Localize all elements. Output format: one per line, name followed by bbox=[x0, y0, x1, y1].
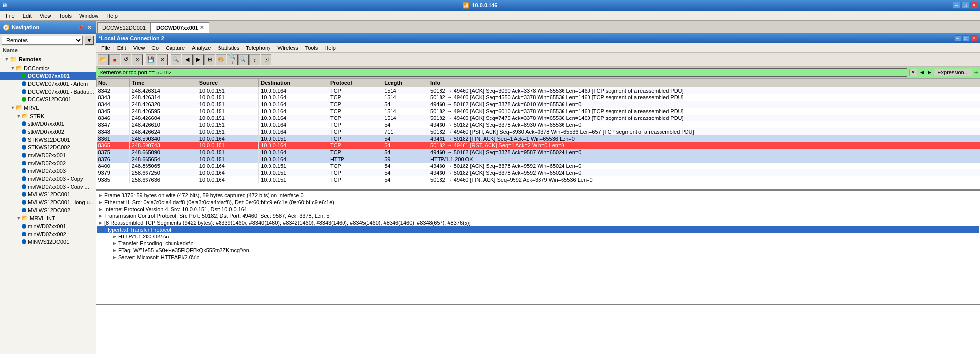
table-row[interactable]: 8346248.42660410.0.0.15110.0.0.164TCP151… bbox=[97, 115, 980, 121]
table-row[interactable]: 8345248.42659510.0.0.15110.0.0.164TCP151… bbox=[97, 108, 980, 115]
menu-help[interactable]: Help bbox=[102, 12, 122, 20]
tb-save-button[interactable]: 💾 bbox=[146, 54, 156, 65]
ws-menu-view[interactable]: View bbox=[130, 44, 148, 52]
col-source[interactable]: Source bbox=[197, 79, 258, 87]
detail-row[interactable]: ▶Transmission Control Protocol, Src Port… bbox=[97, 212, 979, 219]
detail-row[interactable]: ▶Frame 8376: 59 bytes on wire (472 bits)… bbox=[97, 192, 979, 199]
filter-clear-button[interactable]: ✕ bbox=[909, 69, 917, 76]
tb-zoom-reset-button[interactable]: ↕ bbox=[249, 54, 260, 65]
table-row[interactable]: 8344248.42632010.0.0.15110.0.0.164TCP544… bbox=[97, 101, 980, 108]
title-bar-controls[interactable]: ─ □ ✕ bbox=[953, 2, 978, 9]
ws-restore-button[interactable]: □ bbox=[962, 35, 969, 41]
filter-expression-button[interactable]: Expression... bbox=[934, 69, 972, 76]
dccwd07xx001-artem-item[interactable]: DCCWD07xx001 - Artem bbox=[0, 80, 96, 88]
tb-resize-button[interactable]: ⊡ bbox=[261, 54, 271, 65]
close-button[interactable]: ✕ bbox=[970, 2, 978, 9]
detail-row[interactable]: ▶Transfer-Encoding: chunked\r\n bbox=[97, 240, 979, 247]
stkws12dc002-item[interactable]: STKWS12DC002 bbox=[0, 143, 96, 151]
menu-window[interactable]: Window bbox=[75, 12, 102, 20]
tb-zoom-out-button[interactable]: 🔍- bbox=[238, 54, 249, 65]
table-row[interactable]: 9379258.66725010.0.0.16410.0.0.151TCP544… bbox=[97, 169, 980, 176]
table-row[interactable]: 8400248.86506510.0.0.16410.0.0.151TCP544… bbox=[97, 163, 980, 169]
menu-tools[interactable]: Tools bbox=[55, 12, 75, 20]
dccwd07xx001-badu-item[interactable]: DCCWD07xx001 - Badgu... bbox=[0, 88, 96, 95]
tab-dccws12dc001[interactable]: DCCWS12DC001 bbox=[97, 22, 151, 33]
filter-prev-arrow[interactable]: ◀ bbox=[919, 70, 925, 75]
remotes-section-header[interactable]: ▼ 📁 Remotes bbox=[0, 55, 96, 64]
menu-view[interactable]: View bbox=[36, 12, 55, 20]
detail-row[interactable]: ▶Internet Protocol Version 4, Src: 10.0.… bbox=[97, 206, 979, 212]
detail-row[interactable]: ▼Hypertext Transfer Protocol bbox=[97, 226, 979, 233]
mvlws12dc001-long-item[interactable]: MVLWS12DC001 - long user bbox=[0, 198, 96, 206]
tb-prev-button[interactable]: ◀ bbox=[182, 54, 193, 65]
minimize-button[interactable]: ─ bbox=[953, 2, 960, 9]
table-row[interactable]: 8375248.66509010.0.0.15110.0.0.164TCP544… bbox=[97, 149, 980, 156]
tb-zoom-in-button[interactable]: 🔍+ bbox=[227, 54, 238, 65]
ws-menu-telephony[interactable]: Telephony bbox=[243, 44, 274, 52]
mvlws12dc001-item[interactable]: MVLWS12DC001 bbox=[0, 190, 96, 198]
mvlwd07xx003-item[interactable]: mvlWD07xx003 bbox=[0, 167, 96, 175]
ws-close-button[interactable]: ✕ bbox=[970, 35, 977, 41]
dccwd07xx001-item[interactable]: DCCWD07xx001 bbox=[0, 72, 96, 80]
ws-menu-edit[interactable]: Edit bbox=[114, 44, 130, 52]
stkwd07xx001-item[interactable]: stkWD07xx001 bbox=[0, 120, 96, 128]
nav-pin-button[interactable]: 📌 bbox=[76, 24, 85, 31]
ws-menu-file[interactable]: File bbox=[98, 44, 114, 52]
mrvl-item[interactable]: ▼ 📂 MRVL bbox=[0, 103, 96, 112]
table-row[interactable]: 8342248.42631410.0.0.15110.0.0.164TCP151… bbox=[97, 87, 980, 94]
ws-menu-help[interactable]: Help bbox=[321, 44, 339, 52]
tab-close-icon[interactable]: ✕ bbox=[200, 25, 204, 30]
tb-find-button[interactable]: 🔍 bbox=[171, 54, 181, 65]
detail-row[interactable]: ▶Server: Microsoft-HTTPAPI/2.0\r\n bbox=[97, 254, 979, 260]
col-time[interactable]: Time bbox=[129, 79, 197, 87]
table-row[interactable]: 8343248.42631410.0.0.15110.0.0.164TCP151… bbox=[97, 94, 980, 101]
table-row[interactable]: 9385258.66763610.0.0.16410.0.0.151TCP545… bbox=[97, 176, 980, 183]
menu-file[interactable]: File bbox=[2, 12, 19, 20]
detail-row[interactable]: ▶Ethernet II, Src: 0e:a3:0c:a4:da:f8 (0e… bbox=[97, 199, 979, 206]
tb-restart-button[interactable]: ↺ bbox=[121, 54, 131, 65]
restore-button[interactable]: □ bbox=[961, 2, 969, 9]
menu-edit[interactable]: Edit bbox=[19, 12, 36, 20]
ws-menu-analyze[interactable]: Analyze bbox=[188, 44, 214, 52]
tb-next-button[interactable]: ▶ bbox=[193, 54, 204, 65]
nav-close-button[interactable]: ✕ bbox=[86, 24, 93, 31]
stkwd07xx002-item[interactable]: stkWD07xx002 bbox=[0, 128, 96, 136]
mvlwd07xx003-copy2-item[interactable]: mvlWD07xx003 - Copy ... bbox=[0, 183, 96, 190]
dccws12dc001-item[interactable]: DCCWS12DC001 bbox=[0, 95, 96, 103]
remotes-dropdown[interactable]: Remotes bbox=[2, 36, 83, 45]
packet-table-container[interactable]: No. Time Source Destination Protocol Len… bbox=[96, 78, 980, 191]
mvlws12dc002-item[interactable]: MVLWS12DC002 bbox=[0, 206, 96, 214]
table-row[interactable]: 8376248.66565410.0.0.15110.0.0.164HTTP59… bbox=[97, 156, 980, 163]
mvlwd07xx001-item[interactable]: mvlWD07xx001 bbox=[0, 151, 96, 159]
tb-colorize-button[interactable]: 🎨 bbox=[216, 54, 226, 65]
minws12dc001-item[interactable]: MINWS12DC001 bbox=[0, 238, 96, 246]
ws-title-controls[interactable]: ─ □ ✕ bbox=[955, 35, 977, 41]
ws-menu-wireless[interactable]: Wireless bbox=[274, 44, 302, 52]
col-no[interactable]: No. bbox=[97, 79, 130, 87]
ws-menu-go[interactable]: Go bbox=[148, 44, 162, 52]
stkws12dc001-item[interactable]: STKWS12DC001 bbox=[0, 136, 96, 143]
remotes-menu-button[interactable]: ▼ bbox=[85, 36, 94, 45]
ws-menu-capture[interactable]: Capture bbox=[162, 44, 188, 52]
col-destination[interactable]: Destination bbox=[259, 79, 328, 87]
filter-input[interactable] bbox=[98, 68, 907, 77]
filter-next-arrow[interactable]: ▶ bbox=[927, 70, 932, 75]
minwd07xx001-item[interactable]: minWD07xx001 bbox=[0, 222, 96, 230]
tb-close-file-button[interactable]: ✕ bbox=[157, 54, 168, 65]
table-row[interactable]: 8365248.59074310.0.0.15110.0.0.164TCP545… bbox=[97, 142, 980, 149]
mrvl-int-item[interactable]: ▼ 📂 MRVL-INT bbox=[0, 214, 96, 222]
detail-row[interactable]: ▶[8 Reassembled TCP Segments (9422 bytes… bbox=[97, 219, 979, 226]
tb-stop-button[interactable]: ■ bbox=[109, 54, 120, 65]
detail-row[interactable]: ▶ETag: W/"1e55-vS0+He35FlQFBkQk555tn2ZKm… bbox=[97, 247, 979, 254]
dccomics-item[interactable]: ▼ 📂 DCComics bbox=[0, 64, 96, 72]
tb-autoscroll-button[interactable]: ⊙ bbox=[132, 54, 143, 65]
table-row[interactable]: 8361248.59034010.0.0.16410.0.0.151TCP544… bbox=[97, 135, 980, 142]
ws-menu-tools[interactable]: Tools bbox=[302, 44, 321, 52]
col-protocol[interactable]: Protocol bbox=[328, 79, 382, 87]
col-length[interactable]: Length bbox=[382, 79, 428, 87]
minwd07xx002-item[interactable]: minWD07xx002 bbox=[0, 230, 96, 238]
filter-add-icon[interactable]: + bbox=[974, 69, 978, 76]
ws-minimize-button[interactable]: ─ bbox=[955, 35, 961, 41]
tb-open-button[interactable]: 📂 bbox=[98, 54, 109, 65]
strk-item[interactable]: ▼ 📂 STRK bbox=[0, 112, 96, 120]
